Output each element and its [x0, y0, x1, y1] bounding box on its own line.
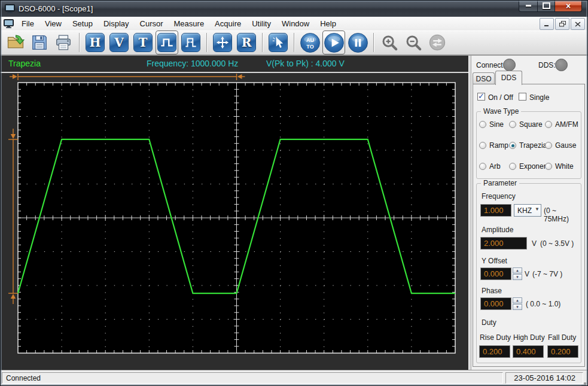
duty-field-label: Rise Duty — [480, 333, 511, 342]
pause-icon — [348, 33, 368, 53]
duty-label: Duty — [482, 318, 496, 327]
amplitude-cursor[interactable] — [8, 129, 18, 304]
y-offset-spinner[interactable]: ▲▼ — [513, 268, 522, 280]
spin-down-icon: ▼ — [513, 274, 522, 280]
menu-measure[interactable]: Measure — [169, 17, 210, 30]
menu-help[interactable]: Help — [315, 17, 342, 30]
radio-icon — [509, 163, 516, 170]
measurement-bar: Trapezia Frequency: 1000.000 Hz V(Pk to … — [0, 56, 468, 73]
pulse-measure-button[interactable] — [179, 31, 202, 54]
frequency-input[interactable]: 1.000 — [480, 204, 511, 217]
dds-indicator — [555, 59, 568, 71]
onoff-label: On / Off — [488, 93, 513, 102]
frequency-unit-select[interactable]: KHZ ▼ — [514, 204, 541, 217]
amplitude-label: Amplitude — [482, 226, 513, 234]
autoset-button[interactable]: AUTO — [298, 31, 321, 54]
radio-icon — [479, 142, 486, 149]
menu-file[interactable]: File — [16, 17, 39, 30]
high-duty-input[interactable]: 0.400 — [513, 345, 544, 358]
wavetype-arb[interactable]: Arb — [479, 162, 501, 171]
wavetype-sine[interactable]: Sine — [479, 120, 504, 129]
menu-acquire[interactable]: Acquire — [209, 17, 246, 30]
save-button[interactable] — [28, 31, 51, 54]
duty-field-label: High Duty — [513, 333, 545, 342]
waveform-display — [0, 73, 468, 370]
mdi-minimize-button[interactable] — [540, 18, 554, 30]
connect-label: Connect: — [476, 61, 505, 69]
pulse-measure-icon — [181, 33, 200, 52]
vertical-setup-button[interactable]: V — [108, 31, 130, 54]
spin-up-icon: ▲ — [513, 268, 522, 273]
phase-input[interactable]: 0.000 — [480, 297, 511, 310]
maximize-button[interactable] — [538, 0, 555, 12]
cursor-measure-button[interactable] — [267, 31, 290, 54]
toolbar-separator — [294, 33, 294, 52]
wavetype-label: Arb — [489, 162, 501, 171]
wavetype-gause[interactable]: Gause — [545, 141, 576, 150]
onoff-checkbox[interactable] — [477, 93, 485, 101]
trigger-setup-button[interactable]: T — [132, 31, 154, 54]
phase-spinner[interactable]: ▲▼ — [513, 297, 522, 310]
menu-display[interactable]: Display — [98, 17, 135, 30]
horizontal-setup-button[interactable]: H — [84, 31, 106, 54]
zoom-in-button[interactable] — [378, 31, 401, 54]
tab-dso[interactable]: DSO — [473, 72, 495, 84]
close-button[interactable]: × — [555, 0, 582, 12]
resize-grip[interactable] — [584, 382, 586, 385]
parameter-group: Parameter Frequency 1.000 KHZ ▼ (0 ~ 75M… — [476, 183, 581, 363]
open-icon — [7, 34, 25, 51]
save-icon — [31, 34, 48, 51]
tab-dds[interactable]: DDS — [495, 71, 522, 85]
fall-duty-input[interactable]: 0.200 — [547, 345, 578, 358]
wavetype-white[interactable]: White — [545, 162, 574, 171]
radio-icon — [509, 142, 516, 149]
open-button[interactable] — [4, 31, 27, 54]
refresh-button[interactable]: R — [235, 31, 258, 54]
duty-field-rise-duty: Rise Duty0.200 — [479, 333, 511, 358]
frequency-label: Frequency — [482, 192, 516, 200]
radio-icon — [479, 121, 486, 128]
connect-indicator — [503, 59, 516, 71]
amplitude-input[interactable]: 2.000 — [480, 237, 527, 250]
panel-splitter[interactable] — [468, 56, 471, 370]
run-button[interactable] — [322, 31, 345, 54]
wavetype-trapezia[interactable]: Trapezia — [509, 141, 547, 150]
menu-cursor[interactable]: Cursor — [135, 17, 169, 30]
menu-view[interactable]: View — [39, 17, 67, 30]
cursor-measure-icon — [269, 33, 288, 52]
window-title: DSO-6000 - [Scope1] — [19, 4, 93, 13]
wavetype-am-fm[interactable]: AM/FM — [545, 120, 578, 129]
pause-button[interactable] — [346, 31, 369, 54]
menu-window[interactable]: Window — [276, 17, 315, 30]
toolbar-separator — [206, 33, 207, 52]
wavetype-ramp[interactable]: Ramp — [479, 141, 508, 150]
chevron-down-icon: ▼ — [535, 206, 540, 212]
mdi-close-button[interactable] — [571, 18, 585, 30]
trigger-setup-icon: T — [133, 33, 153, 52]
single-checkbox[interactable] — [519, 93, 526, 101]
radio-icon — [545, 142, 552, 149]
close-icon: × — [566, 2, 571, 10]
scope-document-icon[interactable] — [4, 19, 14, 28]
mdi-restore-button[interactable] — [555, 18, 569, 30]
minimize-button[interactable] — [519, 0, 538, 12]
print-button[interactable] — [52, 31, 75, 54]
spin-down-icon: ▼ — [513, 304, 522, 310]
y-offset-unit: V — [525, 270, 529, 278]
y-offset-input[interactable]: 0.000 — [480, 268, 511, 280]
zoom-out-button[interactable] — [402, 31, 425, 54]
move-mode-button[interactable] — [211, 31, 234, 54]
menu-setup[interactable]: Setup — [67, 17, 98, 30]
transfer-button[interactable] — [426, 31, 449, 54]
parameter-title: Parameter — [481, 179, 519, 187]
menu-utility[interactable]: Utility — [246, 17, 276, 30]
wave-type-title: Wave Type — [481, 107, 521, 116]
wavetype-exponent[interactable]: Exponent — [509, 162, 550, 171]
app-window: DSO-6000 - [Scope1] × FileViewSetupDispl… — [0, 0, 588, 386]
pulse-wave-button[interactable] — [156, 31, 178, 54]
wavetype-square[interactable]: Square — [509, 120, 543, 129]
menu-items: FileViewSetupDisplayCursorMeasureAcquire… — [16, 19, 342, 28]
rise-duty-input[interactable]: 0.200 — [479, 345, 510, 358]
period-cursor[interactable] — [10, 74, 245, 80]
toolbar-separator — [373, 33, 374, 52]
